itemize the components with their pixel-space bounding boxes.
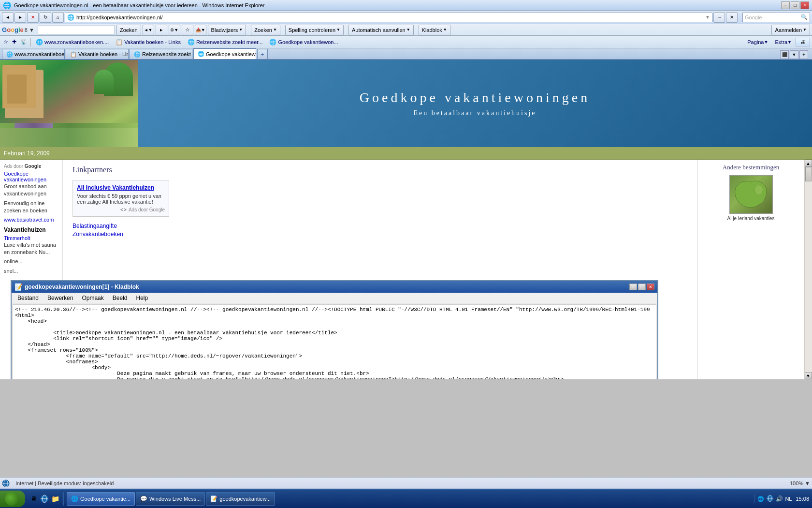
search-text: Google — [745, 15, 801, 20]
sidebar-desc-1: Groot aanbod aan vakantiewoningen — [4, 183, 58, 198]
sidebar-link-1[interactable]: Goedkope vakantiewoningen — [4, 171, 58, 182]
notepad-menu-beeld[interactable]: Beeld — [109, 294, 131, 302]
google-options-btn[interactable]: ⚙▼ — [169, 25, 180, 35]
status-zone: Internet | Beveiligde modus: ingeschakel… — [15, 480, 114, 486]
taskbar-item-1[interactable]: 🌐 Goedkope vakantie... — [67, 492, 135, 506]
sidebar-text-snel: snel... — [4, 268, 58, 275]
tab-3[interactable]: 🌐 Reizenwebsite zoekt meer... — [130, 49, 192, 59]
ireland-map[interactable] — [729, 175, 773, 214]
spelling-button[interactable]: Spelling controleren▼ — [285, 25, 344, 35]
google-version[interactable]: 8 ▼ — [25, 27, 34, 33]
link-zon[interactable]: Zonvakantieboeken — [72, 231, 688, 238]
close-button[interactable]: × — [800, 1, 809, 9]
fav-link-3[interactable]: 🌐Reizenwebsite zoekt meer... — [185, 37, 266, 47]
ie-quick-icon[interactable] — [40, 494, 49, 504]
ad-desc: Voor slechts € 59 pppn geniet u van een … — [77, 193, 165, 205]
notepad-menu-bestand[interactable]: Bestand — [14, 294, 43, 302]
status-ie-icon — [2, 479, 10, 487]
title-bar: 🌐 Goedkope vakantiewoningen.nl - een bet… — [0, 0, 812, 11]
header-image — [0, 60, 138, 147]
pagina-button[interactable]: Pagina ▼ — [744, 37, 771, 47]
ad-title[interactable]: All Inclusive Vakantiehuizen — [77, 184, 165, 191]
ad-arrows-icon[interactable]: <> — [120, 207, 127, 212]
tray-clock: 15:08 — [796, 496, 809, 502]
ad-footer-text: Ads door Google — [129, 207, 165, 212]
minimize-button[interactable]: − — [781, 1, 790, 9]
linkpartners-heading: Linkpartners — [72, 165, 688, 174]
scroll-up-arrow[interactable]: ▲ — [805, 160, 812, 167]
forward-button[interactable]: ► — [14, 12, 26, 23]
tray-lang: NL — [785, 496, 792, 502]
notepad-menu-opmaak[interactable]: Opmaak — [78, 294, 107, 302]
fav-link-4[interactable]: 🌐Goedkope vakantiewon... — [266, 37, 341, 47]
fav-add-icon[interactable]: ✚ — [11, 37, 18, 47]
security-button[interactable]: ✕ — [726, 12, 738, 23]
start-button[interactable] — [0, 491, 25, 507]
tab-2[interactable]: 📋 Vakantie boeken - Links — [66, 49, 129, 59]
ad-box: All Inclusive Vakantiehuizen Voor slecht… — [72, 180, 169, 217]
fav-link-1[interactable]: 🌐www.zonvakantieboeken.... — [33, 37, 112, 47]
folder-quick-icon[interactable]: 📁 — [50, 494, 60, 504]
tray-network-icon[interactable]: 🌐 — [757, 496, 764, 502]
search-box[interactable]: Google 🔍 — [742, 13, 810, 22]
kladblok-button[interactable]: Kladblok▼ — [419, 25, 450, 35]
extra-button[interactable]: Extra ▼ — [772, 37, 795, 47]
site-title: Goedkope vakantiewoningen Een betaalbaar… — [138, 60, 812, 147]
zoeken-button[interactable]: Zoeken▼ — [251, 25, 280, 35]
sidebar-text-online: online... — [4, 258, 58, 265]
google-back-btn[interactable]: ◄▼ — [143, 25, 154, 35]
notepad-restore[interactable]: □ — [638, 284, 646, 290]
sidebar-heading: Vakantiehuizen — [4, 226, 58, 233]
restore-button[interactable]: □ — [791, 1, 799, 9]
browser-window: 🌐 Goedkope vakantiewoningen.nl - een bet… — [0, 0, 812, 508]
tray-ie-icon[interactable] — [766, 494, 774, 503]
vertical-scrollbar[interactable]: ▲ ▼ — [804, 160, 812, 379]
search-icon[interactable]: 🔍 — [801, 14, 808, 20]
scroll-down-arrow[interactable]: ▼ — [805, 372, 812, 379]
zoom-level[interactable]: 100% ▼ — [790, 480, 810, 486]
url-display: http://goedkopevakantiewoningen.nl/ — [76, 15, 705, 20]
link-belasting[interactable]: Belastingaangifte — [72, 223, 688, 229]
notepad-content[interactable]: <!-- 213.46.20.36//--><!-- goedkopevakan… — [13, 304, 656, 379]
tab-1[interactable]: 🌐 www.zonvakantieboeken.... — [2, 49, 65, 59]
notepad-close[interactable]: × — [647, 284, 654, 290]
show-desktop-icon[interactable]: 🖥 — [29, 494, 39, 504]
google-search-input[interactable] — [38, 26, 115, 34]
main-heading: Goedkope vakantiewoningen — [360, 90, 590, 105]
notepad-controls[interactable]: − □ × — [629, 284, 654, 290]
google-fwd-btn[interactable]: ► — [156, 25, 167, 35]
stop-button[interactable]: ✕ — [27, 12, 39, 23]
autofill-button[interactable]: Automatisch aanvullen▼ — [348, 25, 414, 35]
google-share-btn[interactable]: 📤▼ — [195, 25, 206, 35]
bladwijzers-button[interactable]: Bladwijzers▼ — [208, 25, 246, 35]
back-button[interactable]: ◄ — [2, 12, 14, 23]
sidebar-link-2[interactable]: www.basiotravel.com — [4, 217, 58, 223]
volume-icon[interactable]: 🔊 — [776, 495, 783, 502]
notepad-menu-help[interactable]: Help — [132, 294, 152, 302]
fav-star-icon[interactable]: ☆ — [2, 37, 10, 47]
tab-4-active[interactable]: 🌐 Goedkope vakantiewon... ✕ — [193, 48, 256, 59]
notepad-titlebar: 📝 goedkopevakantiewoningen[1] - Kladblok… — [12, 281, 657, 293]
fav-link-2[interactable]: 📋Vakantie boeken - Links — [113, 37, 184, 47]
google-star-btn[interactable]: ☆ — [182, 25, 193, 35]
new-tab-button[interactable]: + — [799, 50, 808, 59]
fav-feeds-icon[interactable]: 📡 — [19, 37, 29, 47]
tab-list-button[interactable]: ▼ — [790, 50, 798, 59]
quick-tabs-button[interactable]: ⬛ — [780, 50, 789, 59]
notepad-menu-bewerken[interactable]: Bewerken — [44, 294, 77, 302]
sidebar-link-3[interactable]: Timmerholt — [4, 235, 58, 241]
address-bar[interactable]: 🌐 http://goedkopevakantiewoningen.nl/ ▼ — [65, 13, 712, 22]
home-button[interactable]: ⌂ — [52, 12, 64, 23]
taskbar-item-3[interactable]: 📝 goedkopevakantiew... — [206, 492, 275, 506]
notepad-minimize[interactable]: − — [629, 284, 637, 290]
taskbar-item-2[interactable]: 💬 Windows Live Mess... — [136, 492, 205, 506]
refresh-button[interactable]: ↻ — [40, 12, 51, 23]
scroll-thumb[interactable] — [805, 167, 812, 181]
window-controls[interactable]: − □ × — [781, 1, 809, 9]
tab-new[interactable]: + — [257, 49, 268, 59]
google-search-button[interactable]: Zoeken — [116, 25, 141, 35]
refresh-go-button[interactable]: → — [713, 12, 725, 23]
print-button[interactable]: 🖨 — [796, 38, 810, 46]
notepad-window: 📝 goedkopevakantiewoningen[1] - Kladblok… — [11, 280, 658, 379]
aanmelden-button[interactable]: Aanmelden ▼ — [771, 25, 810, 35]
